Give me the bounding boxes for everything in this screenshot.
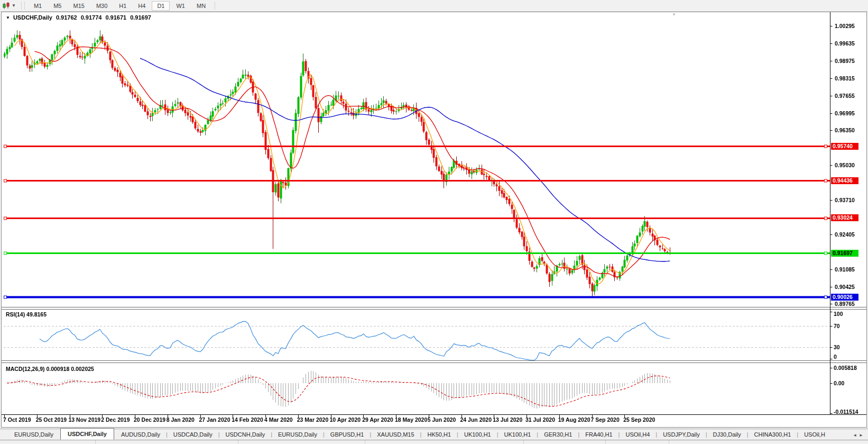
tab-USDJPY-Daily[interactable]: USDJPY,Daily (657, 430, 706, 440)
tab-USOil-H[interactable]: USOil,H (798, 430, 831, 440)
tab-GER30-H1[interactable]: GER30,H1 (538, 430, 578, 440)
date-axis-label: 20 Dec 2019 (134, 416, 165, 423)
tab-UK100-H1[interactable]: UK100,H1 (498, 430, 537, 440)
timeframe-button-H1[interactable]: H1 (114, 1, 132, 11)
tab-USDCNH-Daily[interactable]: USDCNH,Daily (220, 430, 271, 440)
price-axis-tick: 0.98975 (835, 58, 855, 64)
tab-USOil-H4[interactable]: USOil,H4 (620, 430, 655, 440)
top-toolbar: ▼ M1M5M15M30H1H4D1W1MN (0, 0, 868, 12)
timeframe-button-H4[interactable]: H4 (133, 1, 151, 11)
price-tag-0.93024: 0.93024 (831, 214, 858, 221)
price-tag-0.94436: 0.94436 (831, 177, 858, 184)
price-tag-0.91697: 0.91697 (831, 250, 858, 257)
chart-tabs-bar: EURUSD,DailyUSDCHF,DailyAUDUSD,Daily|USD… (0, 429, 868, 440)
date-axis-label: 7 Oct 2019 (3, 416, 31, 423)
macd-axis-tick: -0.011514 (834, 409, 858, 415)
date-axis-label: 29 Apr 2020 (362, 416, 393, 423)
candlestick-chart-icon[interactable] (2, 2, 11, 10)
chevron-down-icon[interactable]: ▼ (12, 3, 16, 8)
price-axis-tick: 0.95030 (835, 162, 855, 168)
chart-shift-marker[interactable]: ▼ (672, 12, 676, 17)
price-axis-tick: 0.96350 (835, 127, 855, 133)
rsi-axis-tick: 30 (834, 344, 840, 350)
tab-CHINA300-H1[interactable]: CHINA300,H1 (749, 430, 797, 440)
timeframe-button-M30[interactable]: M30 (91, 1, 113, 11)
timeframe-button-W1[interactable]: W1 (171, 1, 190, 11)
ohlc-open: 0.91762 (56, 14, 77, 21)
price-tag-0.90026: 0.90026 (831, 294, 858, 301)
timeframe-buttons: M1M5M15M30H1H4D1W1MN (28, 1, 211, 11)
tab-USDCAD-Daily[interactable]: USDCAD,Daily (168, 430, 218, 440)
macd-label: MACD(12,26,9) 0.000918 0.002025 (6, 366, 94, 372)
price-axis-tick: 0.92405 (835, 231, 855, 238)
date-axis-label: 4 Mar 2020 (264, 416, 293, 423)
tab-UK100-H1[interactable]: UK100,H1 (458, 430, 497, 440)
price-axis-tick: 0.97655 (835, 93, 855, 99)
triangle-down-icon[interactable]: ▼ (6, 15, 10, 20)
timeframe-button-M1[interactable]: M1 (29, 1, 47, 11)
ohlc-low: 0.91671 (105, 14, 126, 21)
price-axis-tick: 0.90425 (835, 284, 855, 290)
timeframe-button-M15[interactable]: M15 (68, 1, 89, 11)
timeframe-button-D1[interactable]: D1 (152, 1, 170, 11)
price-tag-0.95740: 0.95740 (831, 143, 858, 150)
date-axis-label: 27 Jan 2020 (199, 416, 230, 423)
date-axis-label: 13 Nov 2019 (69, 416, 101, 423)
rsi-axis-tick: 0 (834, 354, 837, 360)
tab-EURUSD-Daily[interactable]: EURUSD,Daily (272, 430, 323, 440)
date-axis-label: 2 Dec 2019 (101, 416, 130, 423)
date-axis-label: 5 Jun 2020 (428, 416, 456, 423)
rsi-axis-tick: 70 (834, 323, 840, 329)
price-axis-tick: 0.89765 (835, 301, 855, 307)
date-axis-label: 10 Apr 2020 (330, 416, 361, 423)
chart-symbol: USDCHF,Daily (13, 14, 52, 21)
statusbar-separator (95, 440, 96, 444)
date-axis-label: 19 Aug 2020 (558, 416, 590, 423)
price-axis-tick: 0.93710 (835, 197, 855, 203)
tab-DJ30-Daily[interactable]: DJ30,Daily (707, 430, 747, 440)
chart-canvas[interactable] (0, 0, 868, 444)
tab-AUDUSD-Daily[interactable]: AUDUSD,Daily (115, 430, 166, 440)
tab-FRA40-H1[interactable]: FRA40,H1 (579, 430, 618, 440)
tab-XAUUSD-M15[interactable]: XAUUSD,M15 (371, 430, 420, 440)
date-axis-label: 14 Feb 2020 (232, 416, 263, 423)
date-axis-label: 18 May 2020 (395, 416, 427, 423)
status-bar (0, 440, 868, 444)
price-axis-tick: 0.96995 (835, 110, 855, 116)
statusbar-separator (523, 440, 524, 444)
rsi-axis-tick: 100 (834, 311, 843, 317)
statusbar-separator (238, 440, 238, 444)
tab-GBPUSD-H1[interactable]: GBPUSD,H1 (325, 430, 370, 440)
timeframe-button-MN[interactable]: MN (191, 1, 211, 11)
ohlc-close: 0.91697 (130, 14, 151, 21)
date-axis-label: 24 Jun 2020 (460, 416, 492, 423)
macd-axis-tick: 0.00 (834, 380, 844, 386)
tab-USDCHF-Daily[interactable]: USDCHF,Daily (60, 428, 114, 440)
date-axis-label: 31 Jul 2020 (525, 416, 555, 423)
price-axis-tick: 0.99635 (835, 40, 855, 47)
date-axis-label: 23 Mar 2020 (297, 416, 329, 423)
tab-scroll-arrows[interactable]: ◄► (853, 433, 865, 438)
macd-axis-tick: 0.005818 (834, 365, 857, 371)
ohlc-high: 0.91774 (81, 14, 102, 21)
date-axis-label: 7 Sep 2020 (591, 416, 620, 423)
rsi-label: RSI(14) 49.8165 (6, 311, 47, 318)
timeframe-button-M5[interactable]: M5 (48, 1, 67, 11)
tab-EURUSD-Daily[interactable]: EURUSD,Daily (8, 430, 59, 440)
date-axis-label: 8 Jan 2020 (167, 416, 195, 423)
tab-HK50-H1[interactable]: HK50,H1 (421, 430, 457, 440)
price-axis-tick: 1.00295 (835, 23, 855, 29)
statusbar-separator (365, 440, 365, 444)
toolbar-separator (215, 2, 215, 10)
price-axis-tick: 0.98315 (835, 75, 855, 81)
statusbar-separator (669, 440, 669, 444)
date-axis-label: 13 Jul 2020 (493, 416, 522, 423)
date-axis-label: 25 Sep 2020 (623, 416, 655, 423)
statusbar-separator (605, 440, 606, 444)
chart-title: ▼USDCHF,Daily0.917620.917740.916710.9169… (6, 14, 151, 21)
date-axis-label: 25 Oct 2019 (36, 416, 67, 423)
price-axis-tick: 0.91085 (835, 266, 855, 273)
toolbar-grip[interactable] (21, 2, 25, 10)
